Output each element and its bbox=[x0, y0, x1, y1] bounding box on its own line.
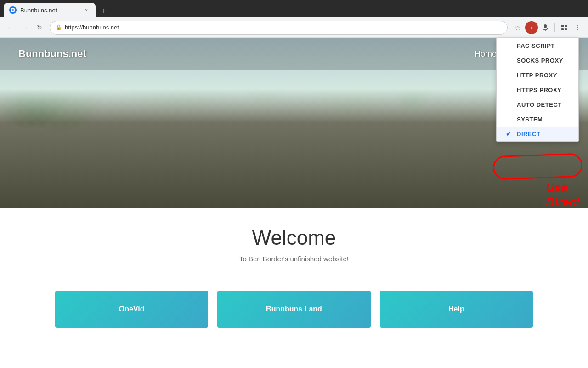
toolbar-actions: ☆ i bbox=[511, 21, 584, 34]
nav-home[interactable]: Home bbox=[475, 49, 497, 59]
mic-button[interactable] bbox=[539, 21, 552, 34]
svg-rect-6 bbox=[561, 25, 564, 27]
address-bar[interactable]: 🔒 https://bunnbuns.net bbox=[50, 21, 508, 34]
proxy-icon-button[interactable]: i bbox=[525, 21, 538, 34]
card-onevid[interactable]: OneVid bbox=[55, 291, 208, 328]
tab-favicon: B bbox=[9, 6, 17, 14]
proxy-option-direct[interactable]: ✔ DIRECT bbox=[497, 126, 578, 141]
site-logo[interactable]: Bunnbuns.net bbox=[18, 48, 86, 60]
card-help[interactable]: Help bbox=[380, 291, 533, 328]
svg-rect-7 bbox=[565, 25, 567, 27]
menu-button[interactable]: ⋮ bbox=[571, 21, 584, 34]
back-button[interactable]: ← bbox=[4, 21, 17, 34]
proxy-dropdown: ✔ PAC SCRIPT ✔ SOCKS PROXY ✔ HTTP PROXY … bbox=[496, 38, 579, 142]
tab-close-button[interactable]: × bbox=[83, 6, 90, 14]
welcome-title: Welcome bbox=[9, 226, 579, 249]
lock-icon: 🔒 bbox=[56, 24, 62, 30]
toolbar-divider bbox=[554, 23, 555, 32]
extensions-button[interactable] bbox=[558, 21, 571, 34]
reload-button[interactable]: ↻ bbox=[33, 21, 46, 34]
new-tab-button[interactable]: + bbox=[97, 5, 110, 17]
card-bunnbuns-land[interactable]: Bunnbuns Land bbox=[217, 291, 370, 328]
url-text: https://bunnbuns.net bbox=[65, 24, 119, 31]
main-content: Welcome To Ben Border's unfinished websi… bbox=[0, 208, 588, 346]
bookmark-button[interactable]: ☆ bbox=[511, 21, 524, 34]
tab-bar: B Bunnbuns.net × + bbox=[0, 0, 588, 17]
check-direct: ✔ bbox=[506, 130, 513, 138]
proxy-option-socks-proxy[interactable]: ✔ SOCKS PROXY bbox=[497, 53, 578, 68]
tab-title: Bunnbuns.net bbox=[20, 7, 57, 14]
proxy-option-auto-detect[interactable]: ✔ AUTO DETECT bbox=[497, 97, 578, 112]
cards-row: OneVid Bunnbuns Land Help bbox=[9, 291, 579, 328]
svg-rect-4 bbox=[544, 24, 547, 28]
proxy-option-http-proxy[interactable]: ✔ HTTP PROXY bbox=[497, 68, 578, 82]
svg-text:i: i bbox=[531, 25, 532, 30]
active-tab[interactable]: B Bunnbuns.net × bbox=[4, 3, 96, 17]
forward-button[interactable]: → bbox=[18, 21, 31, 34]
proxy-option-pac-script[interactable]: ✔ PAC SCRIPT bbox=[497, 38, 578, 53]
proxy-option-system[interactable]: ✔ SYSTEM bbox=[497, 112, 578, 126]
svg-rect-9 bbox=[565, 28, 567, 30]
proxy-option-https-proxy[interactable]: ✔ HTTPS PROXY bbox=[497, 82, 578, 97]
divider bbox=[9, 272, 579, 272]
svg-text:B: B bbox=[11, 9, 14, 12]
toolbar: ← → ↻ 🔒 https://bunnbuns.net ☆ i bbox=[0, 17, 588, 38]
svg-rect-8 bbox=[561, 28, 564, 30]
welcome-subtitle: To Ben Border's unfinished website! bbox=[9, 255, 579, 263]
